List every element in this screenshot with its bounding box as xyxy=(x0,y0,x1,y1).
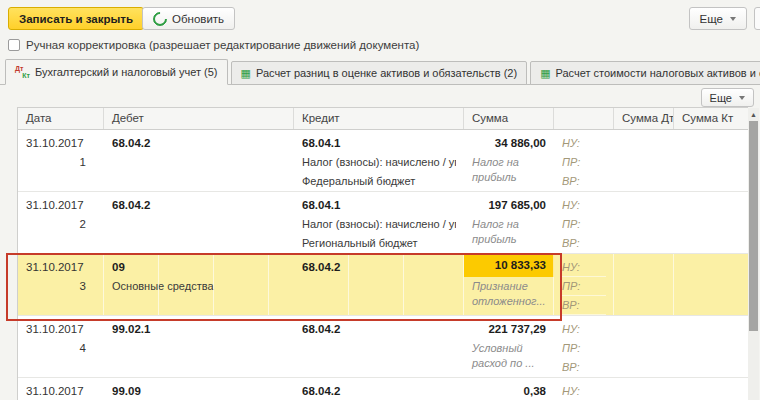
grid-more-button[interactable]: Еще xyxy=(701,88,754,107)
cell-sum-kt xyxy=(674,254,748,315)
cell-amount: 0,38 xyxy=(464,378,554,400)
cell-tax-labels: НУ: ПР: ВР: xyxy=(554,192,614,253)
cell-date: 31.10.2017 4 xyxy=(18,316,104,377)
cell-date: 31.10.2017 xyxy=(18,378,104,400)
table-icon: ▦ xyxy=(540,68,550,79)
table-row[interactable]: 31.10.2017 4 99.02.1 68.04.2 221 737,29 … xyxy=(18,316,748,378)
tab-label: Бухгалтерский и налоговый учет (5) xyxy=(35,66,218,78)
cell-sum-dt xyxy=(614,130,674,191)
scroll-up-arrow-icon[interactable]: ▲ xyxy=(748,108,759,121)
tab-bar: ДтКт Бухгалтерский и налоговый учет (5) … xyxy=(5,59,760,85)
cell-credit: 68.04.2 xyxy=(294,316,464,377)
cell-amount: 34 886,00 Налог на прибыль xyxy=(464,130,554,191)
chevron-down-icon xyxy=(730,17,736,21)
cell-credit: 68.04.2 xyxy=(294,254,464,315)
cell-tax-labels: НУ: ПР: ВР: xyxy=(554,130,614,191)
cell-debit: 99.02.1 xyxy=(104,316,294,377)
cell-sum-kt xyxy=(674,130,748,191)
cell-debit: 68.04.2 xyxy=(104,130,294,191)
cell-amount: 197 685,00 Налог на прибыль xyxy=(464,192,554,253)
cell-amount: 221 737,29 Условный расход по ... xyxy=(464,316,554,377)
cell-tax-labels: НУ: ПР: ВР: xyxy=(554,316,614,377)
column-header-sum-dt: Сумма Дт xyxy=(614,108,674,129)
cell-credit: 68.04.2 xyxy=(294,378,464,400)
refresh-button-label: Обновить xyxy=(172,13,224,25)
chevron-down-icon xyxy=(739,96,745,100)
cell-date: 31.10.2017 2 xyxy=(18,192,104,253)
save-and-close-button[interactable]: Записать и закрыть xyxy=(8,7,144,30)
grid-body: 31.10.2017 1 68.04.2 68.04.1 Налог (взно… xyxy=(18,130,748,400)
column-header-amount: Сумма xyxy=(464,108,554,129)
cell-tax-labels: НУ: ПР: ВР: xyxy=(554,254,614,315)
cell-sum-kt xyxy=(674,192,748,253)
column-header-blank xyxy=(554,108,614,129)
more-button-label: Еще xyxy=(700,13,723,25)
column-header-date: Дата xyxy=(18,108,104,129)
cell-sum-dt xyxy=(614,378,674,400)
cell-credit: 68.04.1 Налог (взносы): начислено / упла… xyxy=(294,192,464,253)
manual-adjustment-label: Ручная корректировка (разрешает редактир… xyxy=(26,39,419,51)
manual-adjustment-row: Ручная корректировка (разрешает редактир… xyxy=(8,39,419,51)
cell-sum-kt xyxy=(674,316,748,377)
cell-sum-kt xyxy=(674,378,748,400)
table-row[interactable]: 31.10.2017 99.09 68.04.2 0,38 НУ: xyxy=(18,378,748,400)
cell-amount-highlighted: 10 833,33 Признание отложенног... xyxy=(464,254,554,315)
cell-sum-dt xyxy=(614,316,674,377)
tab-accounting-tax[interactable]: ДтКт Бухгалтерский и налоговый учет (5) xyxy=(5,59,228,85)
cell-debit: 99.09 xyxy=(104,378,294,400)
vertical-scrollbar[interactable]: ▲ xyxy=(748,108,759,400)
cell-date: 31.10.2017 3 xyxy=(18,254,104,315)
postings-grid: Дата Дебет Кредит Сумма Сумма Дт Сумма К… xyxy=(17,107,748,400)
table-icon: ▦ xyxy=(241,68,251,79)
manual-adjustment-checkbox[interactable] xyxy=(8,39,20,51)
grid-header: Дата Дебет Кредит Сумма Сумма Дт Сумма К… xyxy=(18,108,748,130)
cell-debit: 68.04.2 xyxy=(104,192,294,253)
column-header-sum-kt: Сумма Кт xyxy=(674,108,748,129)
cell-sum-dt xyxy=(614,254,674,315)
table-row-selected[interactable]: 31.10.2017 3 09 Основные средства 68.04.… xyxy=(18,254,748,316)
cell-credit: 68.04.1 Налог (взносы): начислено / упла… xyxy=(294,130,464,191)
grid-more-label: Еще xyxy=(710,92,732,104)
table-row[interactable]: 31.10.2017 2 68.04.2 68.04.1 Налог (взно… xyxy=(18,192,748,254)
cell-debit: 09 Основные средства xyxy=(104,254,294,315)
refresh-icon xyxy=(150,9,170,29)
scrollbar-thumb[interactable] xyxy=(749,121,758,331)
cell-date: 31.10.2017 1 xyxy=(18,130,104,191)
dt-kt-icon: ДтКт xyxy=(15,65,30,79)
clipped-button-edge[interactable] xyxy=(754,7,760,30)
more-button-top[interactable]: Еще xyxy=(689,7,747,30)
cell-sum-dt xyxy=(614,192,674,253)
cell-tax-labels: НУ: ПР: ВР: xyxy=(554,378,614,400)
tab-valuation-differences[interactable]: ▦ Расчет разниц в оценке активов и обяза… xyxy=(231,61,528,85)
tab-tax-assets-cost[interactable]: ▦ Расчет стоимости налоговых активов и о… xyxy=(530,61,760,85)
tab-label: Расчет разниц в оценке активов и обязате… xyxy=(256,67,517,79)
column-header-credit: Кредит xyxy=(294,108,464,129)
tab-label: Расчет стоимости налоговых активов и обя… xyxy=(556,67,760,79)
column-header-debit: Дебет xyxy=(104,108,294,129)
refresh-button[interactable]: Обновить xyxy=(142,7,235,30)
table-row[interactable]: 31.10.2017 1 68.04.2 68.04.1 Налог (взно… xyxy=(18,130,748,192)
